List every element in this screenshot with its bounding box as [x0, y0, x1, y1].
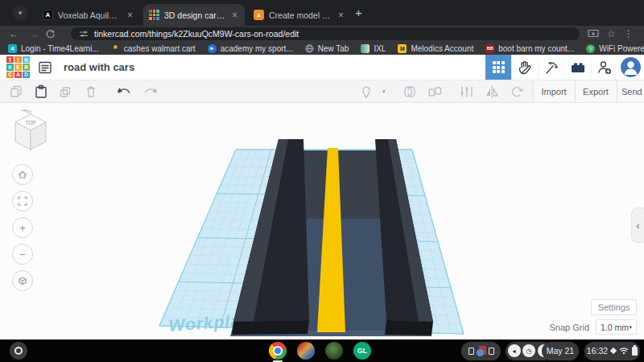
logo-cell: R	[23, 64, 30, 70]
game-app-icon[interactable]	[297, 342, 315, 360]
holding-space-tote[interactable]	[461, 342, 501, 360]
home-view-button[interactable]	[12, 164, 33, 185]
align-icon[interactable]	[459, 84, 475, 100]
new-tab-button[interactable]: +	[355, 6, 362, 19]
tab-title: Create model | Printables.com	[269, 10, 332, 20]
design-title[interactable]: road with cars	[64, 61, 134, 73]
browser-toolbar: ← → tinkercad.com/things/k2ZkuuQcM9W-car…	[0, 26, 644, 42]
bookmark-item[interactable]: BBboot barn my count...	[485, 44, 574, 53]
send-to-button[interactable]: Send To	[617, 80, 644, 102]
perspective-toggle-button[interactable]	[12, 270, 33, 291]
profile-app-icon[interactable]: GL	[353, 342, 371, 360]
forward-icon[interactable]: →	[24, 29, 45, 39]
site-settings-icon[interactable]	[79, 29, 89, 39]
undo-icon[interactable]	[115, 84, 133, 100]
tab-voxelab[interactable]: A Voxelab Aquila S3 3D Printer ×	[37, 4, 140, 26]
back-control-icon[interactable]: ◂	[508, 344, 521, 357]
time-label: 16:32	[587, 346, 608, 356]
chrome-app-icon[interactable]	[269, 342, 287, 360]
date-pill[interactable]: May 21	[542, 342, 579, 360]
duplicate-icon[interactable]	[58, 84, 74, 100]
settings-button[interactable]: Settings	[591, 299, 637, 315]
bookmark-label: IXL	[374, 44, 386, 53]
close-tab-icon[interactable]: ×	[336, 10, 345, 20]
wifi-icon	[619, 347, 629, 355]
launcher-icon	[14, 347, 23, 355]
status-tray[interactable]: 16:32	[584, 342, 640, 360]
tab-search-button[interactable]: ▾	[13, 6, 27, 20]
paste-icon[interactable]	[33, 84, 49, 100]
view-cube[interactable]: TOP FRONT	[10, 109, 51, 153]
tinker-hand-button[interactable]	[511, 55, 538, 80]
bookmark-item[interactable]: *cashes walmart cart	[111, 44, 196, 53]
notes-caret-icon[interactable]: ▾	[382, 88, 386, 95]
snap-grid-select[interactable]: 1.0 mm ▾	[596, 319, 637, 335]
walmart-spark-icon: *	[111, 44, 120, 53]
browser-menu-icon[interactable]: ⋮	[624, 28, 634, 39]
bookmark-item[interactable]: New Tab	[305, 44, 349, 53]
address-bar[interactable]: tinkercad.com/things/k2ZkuuQcM9W-cars-on…	[71, 27, 580, 40]
shapes-panel-toggle[interactable]: ‹	[631, 208, 644, 243]
bookmark-item[interactable]: IXL	[361, 44, 386, 53]
invite-button[interactable]	[591, 55, 617, 80]
left-curb-front-face	[232, 320, 309, 335]
export-button[interactable]: Export	[575, 80, 617, 102]
ixl-icon	[361, 44, 369, 53]
logo-cell: K	[6, 64, 14, 70]
tinkercad-logo[interactable]: T I N K E R C A D	[6, 56, 30, 78]
file-icon	[489, 348, 494, 355]
grid-icon	[493, 61, 505, 73]
notes-pin-icon[interactable]	[359, 84, 374, 100]
bookmark-item[interactable]: MMelodics Account	[398, 44, 473, 53]
shelf: GL ◂ ◷ ▸ May 21 16:32	[0, 339, 644, 362]
battery-icon	[632, 347, 638, 356]
close-tab-icon[interactable]: ×	[126, 10, 134, 20]
design-menu-icon[interactable]	[37, 60, 53, 76]
bookmark-item[interactable]: ▸academy my sport...	[208, 44, 293, 53]
flip-mirror-icon[interactable]	[484, 84, 500, 100]
globe-icon	[305, 44, 314, 53]
group-icon[interactable]	[402, 84, 418, 100]
zoom-out-button[interactable]: −	[12, 244, 33, 265]
bookmark-label: New Tab	[318, 44, 349, 53]
account-avatar[interactable]	[617, 55, 644, 80]
rotate-swirl-icon[interactable]	[509, 84, 525, 100]
bookmark-item[interactable]: WiFi Powered by Te...	[586, 44, 644, 53]
tab-tinkercad[interactable]: 3D design cars on road - Tinkercad ×	[143, 4, 245, 26]
logo-cell: I	[14, 56, 22, 63]
bookmarks-bar: 4Login - Time4Learni... *cashes walmart …	[0, 42, 644, 55]
logo-cell: A	[14, 72, 22, 78]
3d-viewport[interactable]: Workplane TOP FRONT + −	[0, 103, 644, 339]
bookmark-label: boot barn my count...	[498, 44, 574, 53]
pickaxe-icon	[543, 60, 559, 76]
fit-view-button[interactable]	[12, 191, 33, 212]
back-icon[interactable]: ←	[3, 29, 24, 39]
reload-icon[interactable]	[45, 29, 66, 39]
melodics-icon: M	[398, 44, 407, 53]
delete-icon[interactable]	[83, 84, 99, 100]
tinkercad-favicon	[149, 10, 159, 20]
academy-icon: ▸	[208, 44, 217, 53]
snap-grid-label: Snap Grid	[549, 323, 589, 332]
bookmark-label: academy my sport...	[221, 44, 293, 53]
close-tab-icon[interactable]: ×	[230, 10, 239, 20]
right-curb-front-face	[385, 320, 433, 335]
import-button[interactable]: Import	[533, 80, 575, 102]
game-app-icon-2[interactable]	[325, 342, 343, 360]
zoom-in-button[interactable]: +	[12, 217, 33, 238]
bookmark-star-icon[interactable]: ☆	[607, 28, 616, 39]
edit-toolbar: ▾ Import Export Send To	[0, 80, 644, 103]
minecraft-export-button[interactable]	[538, 55, 564, 80]
dashboard-button[interactable]	[485, 55, 511, 80]
redo-icon[interactable]	[142, 84, 159, 100]
logo-cell: D	[23, 72, 30, 78]
copy-icon[interactable]	[8, 84, 24, 100]
tab-printables[interactable]: ▲ Create model | Printables.com ×	[248, 4, 351, 26]
ungroup-icon[interactable]	[427, 84, 443, 100]
bookmark-item[interactable]: 4Login - Time4Learni...	[8, 44, 99, 53]
launcher-button[interactable]	[10, 342, 27, 360]
install-icon[interactable]	[588, 29, 599, 39]
timer-icon[interactable]: ◷	[522, 344, 535, 357]
screenshot-thumbnail	[477, 346, 486, 356]
brick-export-button[interactable]	[564, 55, 591, 80]
